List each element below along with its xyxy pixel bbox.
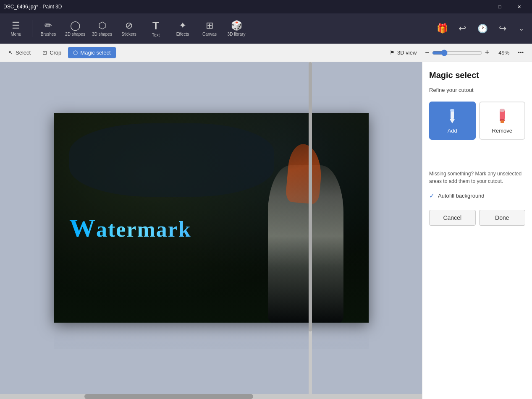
app-title: DSC_6496.jpg* - Paint 3D	[3, 4, 62, 10]
more-toolbar-button[interactable]: ⌄	[514, 15, 529, 42]
history-icon: 🕐	[477, 24, 488, 33]
brushes-tool[interactable]: ✏ Brushes	[36, 15, 61, 42]
more-options-button[interactable]: •••	[513, 47, 529, 58]
svg-rect-6	[501, 120, 504, 123]
brushes-label: Brushes	[41, 32, 56, 37]
magic-select-label: Magic select	[80, 50, 110, 56]
menu-button[interactable]: ☰ Menu	[3, 15, 29, 42]
magic-select-icon: ⬡	[73, 50, 78, 56]
canvas-area[interactable]: Watermark	[0, 62, 422, 399]
minimize-button[interactable]: ─	[471, 0, 490, 13]
3d-library-label: 3D library	[228, 32, 246, 37]
title-bar: DSC_6496.jpg* - Paint 3D ─ □ ✕	[0, 0, 532, 13]
text-label: Text	[152, 33, 160, 37]
zoom-slider[interactable]	[432, 50, 482, 56]
close-button[interactable]: ✕	[509, 0, 529, 13]
brushes-icon: ✏	[45, 21, 52, 30]
stickers-tool[interactable]: ⊘ Stickers	[116, 15, 142, 42]
select-arrow-icon: ↖	[8, 50, 13, 56]
3d-library-tool[interactable]: 🎲 3D library	[224, 15, 249, 42]
scrollbar-thumb[interactable]	[84, 394, 253, 399]
maximize-button[interactable]: □	[490, 0, 509, 13]
remove-eraser-icon	[496, 107, 508, 124]
crop-button[interactable]: ⊡ Crop	[37, 47, 66, 58]
zoom-minus-icon[interactable]: −	[425, 48, 430, 57]
magic-select-button[interactable]: ⬡ Magic select	[68, 47, 115, 58]
cancel-button[interactable]: Cancel	[429, 210, 476, 226]
watermark-text: Watermark	[69, 213, 191, 243]
add-button[interactable]: Add	[429, 102, 476, 140]
main-area: Watermark Magic select Refine your cutou…	[0, 62, 532, 399]
3d-library-icon: 🎲	[231, 21, 242, 30]
3d-shapes-label: 3D shapes	[92, 32, 112, 37]
right-panel: Magic select Refine your cutout Add	[422, 62, 532, 399]
toolbar-divider-1	[32, 20, 32, 37]
autofill-check-icon: ✓	[429, 192, 435, 200]
redo-button[interactable]: ↪	[493, 15, 512, 42]
add-brush-icon	[446, 107, 459, 124]
more-icon: •••	[518, 50, 524, 56]
effects-tool[interactable]: ✦ Effects	[170, 15, 195, 42]
flag-icon: ⚑	[390, 50, 395, 56]
add-label: Add	[448, 128, 457, 134]
svg-marker-1	[450, 119, 455, 123]
remove-label: Remove	[492, 128, 512, 134]
gift-button[interactable]: 🎁	[433, 15, 451, 42]
undo-icon: ↩	[459, 24, 466, 33]
done-button[interactable]: Done	[479, 210, 526, 226]
3d-view-button[interactable]: ⚑ 3D view	[385, 47, 422, 58]
panel-hint: Missing something? Mark any unselected a…	[429, 170, 525, 185]
canvas-image: Watermark	[54, 113, 369, 323]
action-bar-right: ⚑ 3D view − + 49% •••	[385, 47, 529, 58]
menu-label: Menu	[10, 32, 21, 37]
autofill-row: ✓ Autofill background	[429, 192, 525, 200]
svg-rect-4	[500, 109, 505, 112]
2d-shapes-icon: ◯	[70, 21, 81, 30]
stickers-label: Stickers	[121, 32, 136, 37]
effects-label: Effects	[176, 32, 189, 37]
canvas-label: Canvas	[202, 32, 217, 37]
svg-rect-2	[450, 109, 454, 112]
vertical-scrollbar[interactable]	[309, 62, 312, 399]
effects-icon: ✦	[179, 21, 186, 30]
panel-actions: Cancel Done	[429, 210, 525, 226]
3d-view-label: 3D view	[397, 50, 417, 56]
action-bar: ↖ Select ⊡ Crop ⬡ Magic select ⚑ 3D view…	[0, 44, 532, 62]
canvas-reflection	[54, 323, 369, 349]
history-button[interactable]: 🕐	[473, 15, 492, 42]
refine-buttons: Add Remove	[429, 102, 525, 140]
main-toolbar: ☰ Menu ✏ Brushes ◯ 2D shapes ⬡ 3D shapes…	[0, 13, 532, 44]
panel-spacer	[429, 146, 525, 163]
crop-icon: ⊡	[42, 50, 47, 56]
undo-button[interactable]: ↩	[453, 15, 472, 42]
canvas-icon: ⊞	[206, 21, 213, 30]
text-icon: T	[152, 20, 159, 31]
2d-shapes-label: 2D shapes	[65, 32, 85, 37]
2d-shapes-tool[interactable]: ◯ 2D shapes	[63, 15, 88, 42]
canvas-shadow: Watermark	[54, 113, 369, 349]
crop-label: Crop	[50, 50, 61, 56]
zoom-plus-icon[interactable]: +	[485, 48, 490, 57]
text-tool[interactable]: T Text	[143, 15, 168, 42]
select-button[interactable]: ↖ Select	[3, 47, 36, 58]
autofill-label: Autofill background	[438, 193, 485, 199]
refine-subtitle: Refine your cutout	[429, 87, 525, 93]
zoom-value: 49%	[493, 50, 509, 56]
watermark-w: W	[69, 214, 96, 242]
watermark-rest: atermark	[96, 217, 191, 241]
redo-icon: ↪	[499, 24, 506, 33]
3d-shapes-tool[interactable]: ⬡ 3D shapes	[89, 15, 115, 42]
vertical-scrollbar-thumb[interactable]	[309, 62, 312, 331]
canvas-tool[interactable]: ⊞ Canvas	[197, 15, 222, 42]
stickers-icon: ⊘	[125, 21, 133, 30]
3d-shapes-icon: ⬡	[98, 21, 106, 30]
chevron-down-icon: ⌄	[519, 25, 524, 32]
zoom-controls: − +	[425, 48, 489, 57]
select-label: Select	[16, 50, 31, 56]
panel-title: Magic select	[429, 70, 525, 80]
horizontal-scrollbar[interactable]	[0, 394, 422, 399]
remove-button[interactable]: Remove	[479, 102, 526, 140]
menu-icon: ☰	[12, 21, 20, 30]
gift-icon: 🎁	[437, 24, 448, 33]
